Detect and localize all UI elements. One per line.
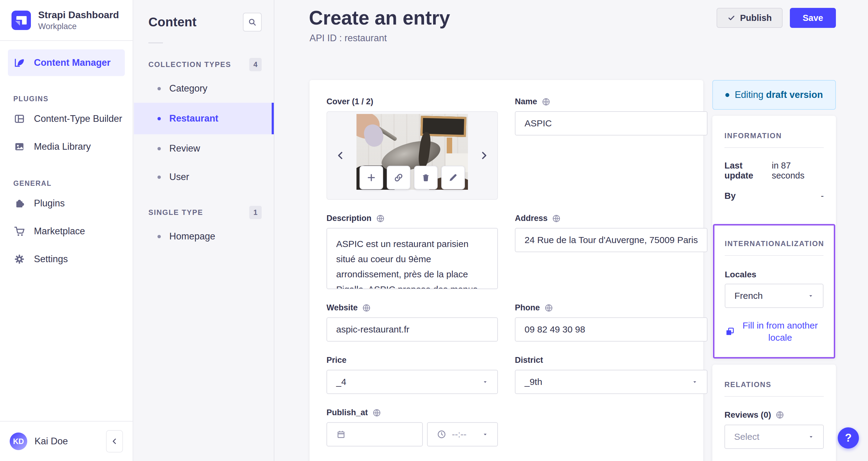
fill-from-locale-label: Fill in from another locale [737,319,824,344]
phone-input[interactable]: 09 82 49 30 98 [515,317,708,342]
single-type-count-badge: 1 [249,206,262,219]
globe-icon [362,304,371,313]
chevron-left-icon [111,437,118,445]
sidebar-item-settings[interactable]: Settings [0,245,133,273]
field-reviews: Reviews (0) Select [724,410,824,449]
search-icon [248,18,257,27]
trash-icon [421,172,431,183]
sidebar-item-plugins[interactable]: Plugins [0,190,133,217]
caret-down-icon [482,379,488,385]
relations-title: RELATIONS [724,380,824,389]
group-title-single-type: SINGLE TYPE [148,208,203,217]
price-value: _4 [336,377,346,387]
collection-type-user[interactable]: User [134,163,274,191]
publish-button[interactable]: Publish [717,8,783,28]
copy-icon [725,326,735,337]
description-textarea[interactable]: ASPIC est un restaurant parisien situé a… [327,228,498,289]
caret-down-icon [808,293,814,299]
reviews-label: Reviews (0) [724,410,771,420]
collection-type-category[interactable]: Category [134,74,274,103]
bullet-icon [157,175,161,179]
reviews-placeholder: Select [734,432,759,442]
bullet-icon [157,87,161,90]
bullet-icon [157,147,161,150]
address-input[interactable]: 24 Rue de la Tour d'Auvergne, 75009 Pari… [515,228,708,252]
info-row-by: By - [724,191,824,201]
district-value: _9th [525,377,542,387]
page-title: Create an entry [309,7,450,29]
price-label: Price [327,355,346,365]
collection-type-review[interactable]: Review [134,134,274,163]
add-media-button[interactable] [360,166,383,190]
draft-status-banner: Editing draft version [712,80,836,110]
sidebar-footer: KD Kai Doe [0,421,133,461]
globe-icon [372,408,381,417]
website-input[interactable]: aspic-restaurant.fr [327,317,498,342]
information-title: INFORMATION [724,132,824,140]
price-select[interactable]: _4 [327,370,498,394]
link-icon [394,172,404,183]
edit-media-button[interactable] [441,166,465,190]
collapse-sidebar-button[interactable] [106,430,123,453]
field-description: Description ASPIC est un restaurant pari… [327,214,498,289]
sidebar-item-label: Media Library [34,141,91,152]
collection-type-label: User [169,172,189,182]
globe-icon [376,214,385,223]
collection-type-label: Restaurant [169,113,218,124]
sidebar-item-media-library[interactable]: Media Library [0,133,133,161]
sidebar-item-label: Plugins [34,198,65,209]
district-select[interactable]: _9th [515,370,708,394]
sidebar-item-content-type-builder[interactable]: Content-Type Builder [0,105,133,133]
save-button[interactable]: Save [790,8,836,28]
search-button[interactable] [243,13,262,31]
fill-from-locale-link[interactable]: Fill in from another locale [725,319,824,344]
publish-at-label: Publish_at [327,408,368,417]
workspace-brand[interactable]: Strapi Dashboard Workplace [0,0,133,41]
sidebar-item-label: Content-Type Builder [34,113,122,124]
collection-type-label: Category [169,83,208,94]
info-value: in 87 seconds [772,161,824,181]
relations-card: RELATIONS Reviews (0) Select [712,365,836,461]
name-input[interactable]: ASPIC [515,111,708,136]
delete-media-button[interactable] [414,166,438,190]
check-icon [727,14,735,22]
divider [724,147,824,148]
reviews-select[interactable]: Select [724,425,824,449]
main-area: Create an entry API ID : restaurant Publ… [274,0,868,461]
publish-date-input[interactable] [327,422,423,446]
nav-section-plugins: PLUGINS [13,95,133,103]
calendar-icon [336,430,346,439]
sidebar-item-content-manager[interactable]: Content Manager [8,49,125,76]
copy-link-button[interactable] [387,166,410,190]
entry-side-panel: Editing draft version INFORMATION Last u… [712,80,836,461]
publish-time-select[interactable]: --:-- [427,422,498,446]
globe-icon [775,410,784,420]
single-type-homepage[interactable]: Homepage [134,222,274,251]
divider [724,396,824,397]
single-type-label: Homepage [169,231,215,242]
content-manager-icon [13,57,26,69]
bullet-icon [157,235,161,238]
api-id: API ID : restaurant [310,33,387,44]
publish-label: Publish [740,13,772,23]
help-button[interactable]: ? [838,427,859,449]
field-address: Address 24 Rue de la Tour d'Auvergne, 75… [515,214,708,289]
pencil-icon [448,172,458,183]
app-sidebar: Strapi Dashboard Workplace Content Manag… [0,0,133,461]
phone-label: Phone [515,303,540,313]
caret-down-icon [692,379,698,385]
carousel-prev-button[interactable] [334,149,347,162]
carousel-next-button[interactable] [477,149,491,162]
divider [725,255,824,256]
caret-down-icon [808,434,814,440]
avatar[interactable]: KD [10,433,27,450]
information-card: INFORMATION Last update in 87 seconds By… [712,116,836,358]
locale-select[interactable]: French [725,284,824,308]
collection-type-restaurant[interactable]: Restaurant [134,103,274,134]
info-row-last-update: Last update in 87 seconds [724,161,824,181]
chevron-left-icon [335,150,346,161]
locale-value: French [735,291,763,301]
spacer [515,408,708,446]
gear-icon [13,253,26,265]
sidebar-item-marketplace[interactable]: Marketplace [0,217,133,245]
